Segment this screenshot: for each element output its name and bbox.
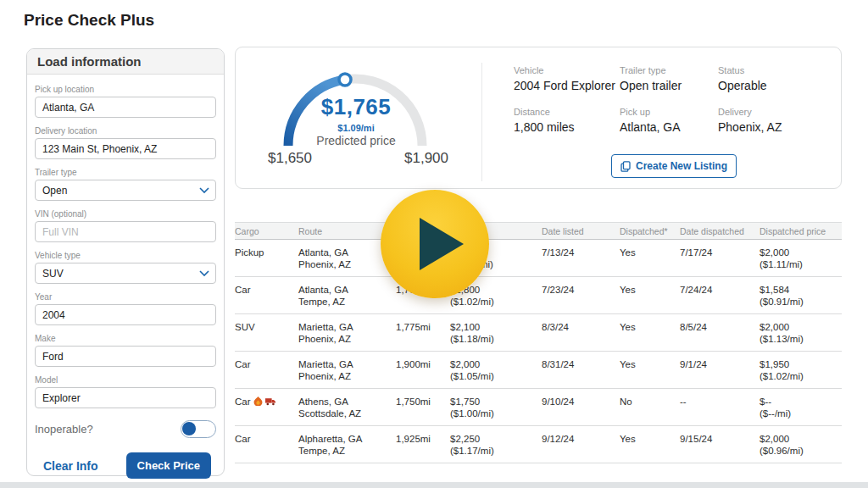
clear-info-link[interactable]: Clear Info (43, 459, 98, 473)
play-icon (420, 218, 464, 270)
column-header: Date listed (542, 223, 620, 240)
vin-input[interactable] (35, 221, 216, 242)
table-cell: 7/23/24 (542, 277, 620, 314)
cargo-cell: Car (235, 352, 298, 389)
gauge-min-label: $1,650 (254, 150, 326, 167)
delivery-location-input[interactable] (35, 138, 216, 159)
status-detail-value: Operable (718, 79, 837, 92)
vehicle-detail-value: 2004 Ford Explorer (514, 79, 620, 92)
year-label: Year (35, 292, 216, 302)
video-progress-strip (0, 482, 868, 488)
table-cell: 1,925mi (396, 426, 450, 463)
column-header: Cargo (235, 223, 298, 240)
delivery-detail-value: Phoenix, AZ (718, 120, 837, 134)
table-cell: Alpharetta, GATempe, AZ (298, 426, 396, 463)
table-row: CarAtlanta, GATempe, AZ1,765mi$1,800($1.… (235, 277, 842, 314)
toggle-knob (182, 422, 196, 435)
cargo-cell: Pickup (235, 240, 298, 277)
table-cell: -- (680, 389, 760, 426)
table-cell: $2,000($1.11/mi) (760, 240, 842, 277)
table-cell: Yes (620, 314, 680, 352)
table-cell: 8/3/24 (542, 314, 620, 352)
pickup-location-input[interactable] (35, 97, 216, 118)
table-cell: 8/5/24 (680, 314, 760, 352)
table-cell: Marietta, GAPhoenix, AZ (298, 314, 396, 352)
predicted-price-value: $1,765 (288, 94, 424, 120)
create-new-listing-button[interactable]: Create New Listing (611, 154, 737, 178)
vehicle-detail-label: Vehicle (514, 65, 620, 75)
pickup-location-label: Pick up location (35, 85, 216, 94)
inoperable-label: Inoperable? (35, 423, 93, 435)
table-cell: $2,250($1.17/mi) (450, 426, 542, 463)
make-input[interactable] (35, 346, 216, 367)
gauge-marker-icon (339, 74, 351, 86)
model-label: Model (35, 375, 216, 385)
fire-icon (253, 396, 263, 408)
table-cell: $--($--/mi) (760, 389, 842, 426)
delivery-location-label: Delivery location (35, 126, 216, 136)
table-body: PickupAtlanta, GAPhoenix, AZ1,800mi$2,00… (235, 240, 842, 463)
table-cell: 9/10/24 (542, 389, 620, 426)
inoperable-toggle[interactable] (181, 420, 216, 438)
table-cell: 1,750mi (396, 389, 450, 426)
table-cell: 9/12/24 (542, 426, 620, 463)
pickup-detail-label: Pick up (620, 107, 718, 117)
truck-icon (265, 396, 275, 408)
trailer-type-select[interactable]: Open (35, 180, 216, 201)
table-cell: 7/13/24 (542, 240, 620, 277)
table-cell: No (620, 389, 680, 426)
play-button[interactable] (381, 190, 489, 298)
cargo-cell: Car (235, 277, 298, 314)
table-row: SUVMarietta, GAPhoenix, AZ1,775mi$2,100(… (235, 314, 842, 352)
cargo-cell: Car (235, 389, 298, 426)
cargo-cell: SUV (235, 314, 298, 352)
listings-table: CargoRouteDistanceList priceDate listedD… (235, 222, 842, 463)
trailer-type-label: Trailer type (35, 168, 216, 177)
table-cell: $2,000($1.05/mi) (450, 352, 542, 389)
table-row: CarAthens, GAScottsdale, AZ1,750mi$1,750… (235, 389, 842, 426)
table-cell: 9/15/24 (680, 426, 760, 463)
status-detail-label: Status (718, 65, 837, 75)
chevron-down-icon (199, 187, 209, 194)
table-cell: 9/1/24 (680, 352, 760, 389)
table-cell: 1,775mi (396, 314, 450, 352)
column-header: Date dispatched (680, 223, 760, 240)
card-divider (481, 63, 482, 181)
year-input[interactable] (35, 304, 216, 325)
table-row: CarAlpharetta, GATempe, AZ1,925mi$2,250(… (235, 426, 842, 463)
cargo-cell: Car (235, 426, 298, 463)
table-cell: Athens, GAScottsdale, AZ (298, 389, 396, 426)
table-row: CarMarietta, GAPhoenix, AZ1,900mi$2,000(… (235, 352, 842, 389)
check-price-button[interactable]: Check Price (126, 452, 211, 479)
table-cell: Yes (620, 426, 680, 463)
table-cell: $2,100($1.18/mi) (450, 314, 542, 352)
vin-label: VIN (optional) (35, 209, 216, 219)
table-cell: $1,750($1.00/mi) (450, 389, 542, 426)
distance-detail-value: 1,800 miles (514, 120, 620, 134)
page-title: Price Check Plus (24, 11, 154, 30)
model-input[interactable] (35, 387, 216, 408)
table-cell: $1,950($1.02/mi) (760, 352, 842, 389)
gauge-max-label: $1,900 (391, 150, 462, 167)
create-new-listing-label: Create New Listing (636, 160, 727, 172)
pickup-detail-value: Atlanta, GA (620, 120, 718, 134)
table-cell: Yes (620, 352, 680, 389)
load-details: Vehicle2004 Ford Explorer Trailer typeOp… (514, 65, 837, 134)
panel-header: Load information (27, 49, 224, 75)
trailer-detail-label: Trailer type (620, 65, 718, 75)
table-cell: $2,000($1.13/mi) (760, 314, 842, 352)
table-cell: $1,584($0.91/mi) (760, 277, 842, 314)
load-information-panel: Load information Pick up location Delive… (26, 48, 225, 476)
vehicle-type-select[interactable]: SUV (35, 263, 216, 284)
distance-detail-label: Distance (514, 107, 620, 117)
table-cell: 8/31/24 (542, 352, 620, 389)
vehicle-type-value: SUV (42, 268, 64, 280)
table-cell: Yes (620, 277, 680, 314)
trailer-type-value: Open (42, 185, 67, 197)
vehicle-type-label: Vehicle type (35, 251, 216, 260)
predicted-price-per-mile: $1.09/mi (288, 123, 424, 133)
table-cell: Yes (620, 240, 680, 277)
table-cell: 7/24/24 (680, 277, 760, 314)
table-cell: 7/17/24 (680, 240, 760, 277)
table-header-row: CargoRouteDistanceList priceDate listedD… (235, 223, 842, 240)
